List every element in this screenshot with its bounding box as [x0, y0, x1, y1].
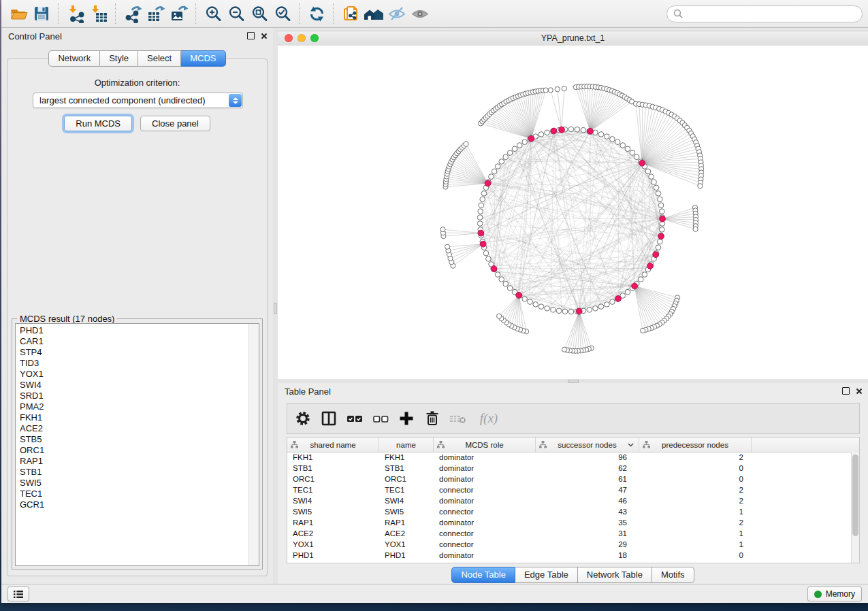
network-canvas[interactable]: [278, 46, 868, 379]
float-panel-icon[interactable]: [247, 32, 255, 39]
mcds-result-item[interactable]: GCR1: [16, 499, 248, 510]
graph-node[interactable]: [598, 132, 604, 137]
graph-node[interactable]: [625, 146, 630, 152]
clone-network-button[interactable]: [339, 2, 362, 25]
graph-node[interactable]: [495, 272, 500, 278]
graph-node[interactable]: [539, 132, 544, 137]
graph-node[interactable]: [528, 299, 533, 305]
mcds-result-item[interactable]: PHD1: [16, 325, 248, 336]
graph-node[interactable]: [581, 127, 586, 133]
save-session-button[interactable]: [30, 2, 53, 25]
memory-button[interactable]: Memory: [807, 587, 862, 601]
column-header-mcds-role[interactable]: MCDS role: [434, 437, 536, 452]
create-new-column-button[interactable]: [396, 408, 417, 429]
function-builder-button[interactable]: f(x): [474, 408, 504, 429]
hide-selected-button[interactable]: [385, 2, 408, 25]
mcds-result-item[interactable]: STP4: [16, 347, 248, 358]
first-neighbors-button[interactable]: [362, 2, 385, 25]
graph-node[interactable]: [507, 150, 513, 156]
graph-node[interactable]: [545, 306, 550, 311]
graph-node[interactable]: [660, 209, 665, 214]
graph-leaf-node[interactable]: [562, 86, 566, 91]
graph-node[interactable]: [610, 299, 615, 305]
mcds-result-item[interactable]: FKH1: [16, 412, 248, 423]
graph-node[interactable]: [489, 174, 494, 180]
export-network-button[interactable]: [121, 2, 144, 25]
graph-leaf-node[interactable]: [440, 227, 445, 232]
apply-preferred-layout-button[interactable]: [305, 2, 328, 25]
mcds-result-item[interactable]: CAR1: [16, 336, 248, 347]
graph-node[interactable]: [481, 191, 487, 197]
graph-node[interactable]: [551, 308, 556, 313]
show-all-button[interactable]: [408, 2, 432, 25]
graph-node[interactable]: [598, 304, 604, 310]
zoom-fit-button[interactable]: [248, 2, 271, 25]
graph-node[interactable]: [499, 159, 504, 165]
table-tab-network-table[interactable]: Network Table: [578, 567, 652, 583]
graph-node[interactable]: [492, 169, 497, 174]
graph-node[interactable]: [605, 302, 610, 308]
graph-hub-node[interactable]: [480, 241, 486, 247]
graph-node[interactable]: [645, 169, 651, 174]
mcds-result-item[interactable]: SRD1: [16, 391, 248, 401]
table-row[interactable]: SWI5SWI5connector431: [287, 506, 852, 517]
delete-columns-button[interactable]: [422, 408, 443, 429]
graph-node[interactable]: [556, 308, 562, 314]
graph-hub-node[interactable]: [485, 180, 491, 186]
graph-leaf-node[interactable]: [555, 87, 560, 92]
graph-node[interactable]: [568, 309, 574, 314]
search-text-field[interactable]: [688, 8, 856, 19]
graph-node[interactable]: [658, 239, 663, 244]
export-image-button[interactable]: [167, 2, 191, 25]
graph-node[interactable]: [656, 245, 661, 250]
graph-leaf-node[interactable]: [497, 314, 502, 318]
table-scrollbar[interactable]: [851, 452, 859, 563]
mcds-result-item[interactable]: SWI5: [16, 478, 248, 489]
graph-node[interactable]: [486, 257, 492, 262]
graph-hub-node[interactable]: [576, 308, 582, 314]
table-tab-edge-table[interactable]: Edge Table: [515, 567, 578, 583]
column-header-shared-name[interactable]: shared name: [287, 437, 379, 452]
graph-node[interactable]: [495, 164, 500, 169]
mcds-result-item[interactable]: TID3: [16, 358, 248, 369]
export-table-button[interactable]: [144, 2, 167, 25]
graph-node[interactable]: [654, 185, 659, 191]
graph-node[interactable]: [483, 250, 489, 256]
graph-node[interactable]: [660, 227, 665, 233]
graph-node[interactable]: [503, 154, 509, 160]
table-tab-motifs[interactable]: Motifs: [652, 567, 694, 583]
import-table-button[interactable]: [87, 2, 110, 25]
graph-node[interactable]: [634, 154, 640, 160]
open-file-button[interactable]: [7, 2, 30, 25]
deselect-all-rows-button[interactable]: [370, 408, 391, 429]
close-panel-button[interactable]: Close panel: [140, 116, 210, 131]
mcds-result-item[interactable]: SWI4: [16, 380, 248, 391]
scrollbar-thumb[interactable]: [852, 455, 858, 536]
graph-node[interactable]: [545, 130, 550, 135]
graph-node[interactable]: [522, 139, 528, 145]
graph-node[interactable]: [615, 139, 621, 145]
zoom-out-button[interactable]: [225, 2, 248, 25]
graph-hub-node[interactable]: [658, 233, 664, 240]
mcds-result-item[interactable]: YOX1: [16, 369, 248, 380]
splitter-grip[interactable]: [274, 303, 277, 314]
graph-node[interactable]: [630, 150, 635, 156]
graph-node[interactable]: [512, 146, 517, 152]
graph-leaf-node[interactable]: [562, 347, 567, 352]
table-row[interactable]: FKH1FKH1dominator962: [287, 452, 852, 463]
graph-node[interactable]: [642, 272, 647, 278]
zoom-selected-button[interactable]: [271, 2, 294, 25]
table-mode-button[interactable]: [293, 408, 313, 429]
graph-hub-node[interactable]: [615, 296, 622, 302]
graph-node[interactable]: [649, 174, 654, 180]
graph-leaf-node[interactable]: [464, 142, 468, 146]
table-row[interactable]: TEC1TEC1connector472: [287, 484, 852, 495]
graph-hub-node[interactable]: [660, 216, 666, 222]
table-row[interactable]: SWI4SWI4dominator462: [287, 495, 852, 506]
search-input[interactable]: [666, 5, 863, 22]
table-row[interactable]: ORC1ORC1dominator610: [287, 474, 852, 484]
table-tab-node-table[interactable]: Node Table: [451, 567, 515, 583]
graph-node[interactable]: [658, 197, 663, 202]
mcds-result-item[interactable]: TEC1: [16, 489, 248, 499]
graph-node[interactable]: [477, 221, 483, 227]
